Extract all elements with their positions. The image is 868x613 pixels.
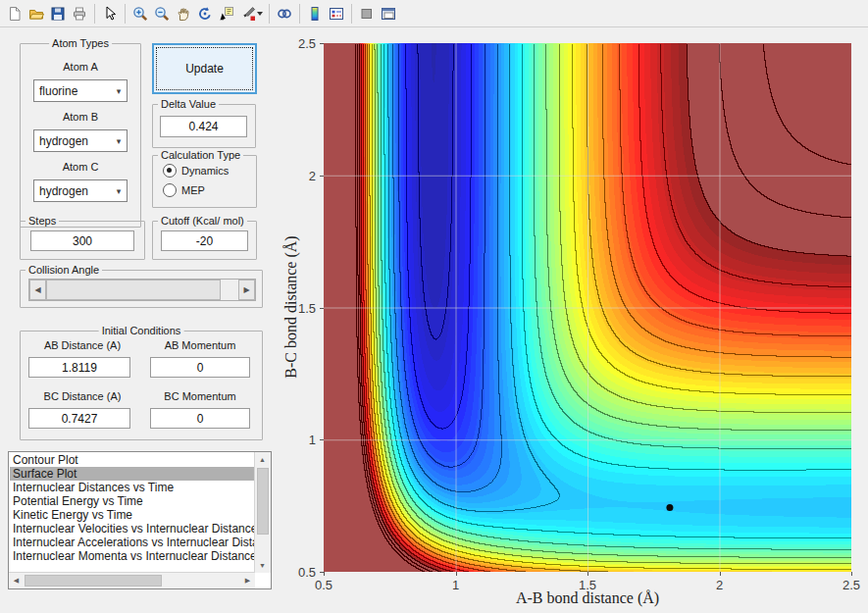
x-tick-mark [587, 572, 588, 576]
y-tick-mark [320, 572, 324, 573]
x-axis-label: A-B bond distance (Å) [324, 589, 851, 607]
radio-dynamics-label: Dynamics [181, 165, 229, 177]
zoom-out-icon[interactable] [151, 3, 173, 25]
edit-plot-arrow-icon[interactable] [99, 3, 121, 25]
y-tick-mark [320, 308, 324, 309]
x-tick-mark [324, 572, 325, 576]
scroll-left-icon[interactable]: ◀ [9, 573, 24, 587]
toolbar-separator [351, 4, 352, 24]
atom-a-dropdown[interactable]: fluorine ▾ [33, 79, 128, 102]
update-button[interactable]: Update [152, 43, 257, 94]
initial-conditions-panel: Initial Conditions AB Distance (A) AB Mo… [20, 331, 263, 440]
list-item[interactable]: Surface Plot [10, 467, 254, 481]
list-item[interactable]: Internuclear Distances vs Time [10, 481, 254, 494]
zoom-in-icon[interactable] [129, 3, 151, 25]
contour-plot-canvas[interactable] [324, 43, 851, 572]
cutoff-input[interactable] [161, 230, 248, 251]
plot-type-list: Contour PlotSurface PlotInternuclear Dis… [10, 453, 254, 572]
calculation-type-panel: Calculation Type Dynamics MEP [152, 155, 257, 208]
new-document-icon[interactable] [4, 3, 26, 25]
radio-unselected-icon [163, 183, 177, 197]
toolbar-separator [269, 4, 270, 24]
atom-a-label: Atom A [21, 61, 140, 73]
delta-value-panel: Delta Value [152, 104, 256, 148]
listbox-horizontal-scrollbar[interactable]: ◀ ▶ [9, 572, 255, 588]
figure-window: Atom Types Atom A fluorine ▾ Atom B hydr… [0, 0, 868, 613]
list-item[interactable]: Internuclear Velocities vs Internuclear … [10, 522, 254, 536]
toolbar-separator [125, 4, 126, 24]
atom-c-value: hydrogen [34, 184, 111, 198]
steps-input[interactable] [30, 230, 134, 251]
slider-thumb[interactable] [46, 280, 221, 300]
y-tick-label: 2 [277, 168, 316, 182]
radio-dynamics[interactable]: Dynamics [163, 164, 229, 178]
listbox-vertical-scrollbar[interactable]: ▲ ▼ [254, 452, 271, 573]
pan-hand-icon[interactable] [173, 3, 194, 25]
delta-value-title: Delta Value [158, 98, 219, 110]
calculation-type-title: Calculation Type [158, 149, 243, 161]
bc-momentum-input[interactable] [150, 408, 250, 429]
list-item[interactable]: Kinetic Energy vs Time [10, 508, 254, 522]
y-tick-label: 0.5 [277, 565, 316, 580]
radio-mep[interactable]: MEP [163, 183, 205, 197]
x-tick-mark [720, 572, 721, 576]
data-cursor-icon[interactable] [216, 3, 237, 25]
scroll-down-icon[interactable]: ▼ [255, 558, 270, 573]
scroll-right-icon[interactable]: ▶ [240, 573, 255, 587]
save-figure-icon[interactable] [47, 3, 69, 25]
collision-angle-panel: Collision Angle ◀ ▶ [20, 270, 263, 308]
y-tick-label: 2.5 [277, 36, 316, 51]
initial-conditions-title: Initial Conditions [99, 325, 184, 336]
slider-track[interactable] [221, 280, 238, 300]
atom-b-dropdown[interactable]: hydrogen ▾ [33, 129, 128, 152]
ab-momentum-label: AB Momentum [146, 339, 254, 351]
vscroll-thumb[interactable] [257, 468, 269, 535]
y-axis-label: B-C bond distance (Å) [282, 235, 300, 378]
y-tick-mark [320, 439, 324, 440]
bc-momentum-label: BC Momentum [146, 390, 254, 402]
ab-distance-input[interactable] [28, 357, 130, 378]
hscroll-thumb[interactable] [25, 575, 162, 587]
scroll-up-icon[interactable]: ▲ [255, 452, 270, 467]
insert-legend-icon[interactable] [326, 3, 347, 25]
ab-momentum-input[interactable] [150, 357, 250, 378]
toolbar-separator [299, 4, 300, 24]
y-tick-label: 1 [277, 433, 316, 447]
radio-selected-icon [163, 164, 177, 178]
print-figure-icon[interactable] [69, 3, 90, 25]
cutoff-panel: Cutoff (Kcal/ mol) [152, 221, 257, 260]
atom-a-value: fluorine [34, 84, 111, 98]
atom-c-dropdown[interactable]: hydrogen ▾ [33, 179, 128, 202]
bc-distance-input[interactable] [28, 408, 130, 429]
list-item[interactable]: Internuclear Momenta vs Internuclear Dis… [10, 549, 254, 563]
figure-toolbar [0, 0, 868, 27]
cutoff-title: Cutoff (Kcal/ mol) [158, 215, 247, 227]
link-plots-icon[interactable] [274, 3, 295, 25]
x-tick-mark [851, 572, 852, 576]
steps-title: Steps [26, 215, 59, 227]
chevron-down-icon: ▾ [111, 136, 127, 146]
bc-distance-label: BC Distance (A) [28, 390, 136, 402]
x-tick-mark [456, 572, 457, 576]
brush-dropdown-caret-icon[interactable] [257, 12, 263, 16]
insert-colorbar-icon[interactable] [304, 3, 326, 25]
rotate-3d-icon[interactable] [194, 3, 216, 25]
atom-c-label: Atom C [21, 161, 140, 173]
atom-types-title: Atom Types [49, 37, 112, 49]
list-item[interactable]: Potential Energy vs Time [10, 494, 254, 508]
open-file-icon[interactable] [26, 3, 47, 25]
show-plot-tools-dock-icon[interactable] [378, 3, 399, 25]
list-item[interactable]: Contour Plot [10, 453, 254, 467]
hide-plot-tools-icon[interactable] [356, 3, 378, 25]
chevron-down-icon: ▾ [111, 186, 127, 196]
collision-angle-title: Collision Angle [26, 264, 102, 276]
list-item[interactable]: Internuclear Accelerations vs Internucle… [10, 536, 254, 549]
brush-data-icon[interactable] [237, 3, 259, 25]
slider-left-arrow[interactable]: ◀ [29, 280, 46, 300]
y-tick-mark [320, 176, 324, 177]
chevron-down-icon: ▾ [111, 86, 127, 96]
slider-right-arrow[interactable]: ▶ [238, 280, 255, 300]
delta-value-input[interactable] [160, 116, 247, 137]
collision-angle-slider: ◀ ▶ [28, 279, 256, 301]
y-tick-mark [320, 43, 324, 44]
